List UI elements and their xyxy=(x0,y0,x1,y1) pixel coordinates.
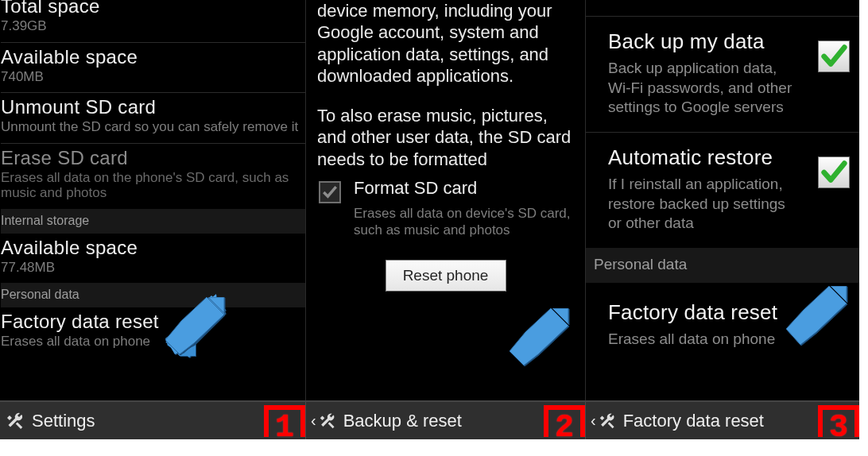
reset-phone-button[interactable]: Reset phone xyxy=(386,260,506,292)
factory-reset-confirm-panel: All data will be erased from device memo… xyxy=(305,0,585,400)
section-header-personal: Personal data xyxy=(586,248,859,283)
item-value: 77.48MB xyxy=(1,260,305,276)
factory-reset-item[interactable]: Factory data reset Erases all data on ph… xyxy=(1,307,305,357)
breadcrumb-bar: Settings 1 ‹ Backup & reset 2 ‹ Factory … xyxy=(0,400,859,439)
step-number: 3 xyxy=(829,410,848,446)
breadcrumb-label: Backup & reset xyxy=(343,411,462,431)
svg-rect-16 xyxy=(327,422,334,428)
section-header-personal: Personal data xyxy=(1,283,305,307)
item-title: Automatic restore xyxy=(608,145,842,170)
item-sub: Back up application data, Wi-Fi password… xyxy=(608,59,842,118)
svg-marker-9 xyxy=(165,297,224,354)
item-title: Back up my data xyxy=(608,29,842,54)
breadcrumb-settings[interactable]: Settings 1 xyxy=(0,402,305,439)
screens-row: Total space 7.39GB Available space 740MB… xyxy=(0,0,859,400)
svg-rect-15 xyxy=(16,422,22,428)
back-icon[interactable]: ‹ xyxy=(591,412,596,430)
step-number: 1 xyxy=(275,410,294,446)
format-sd-checkbox-row[interactable]: Format SD card Erases all data on device… xyxy=(306,170,585,239)
available-space-internal-item[interactable]: Available space 77.48MB xyxy=(1,234,305,284)
checkbox-sub: Erases all data on device's SD card, suc… xyxy=(354,205,572,239)
item-title: Available space xyxy=(1,46,305,68)
pointer-arrow-icon xyxy=(506,308,570,370)
breadcrumb-label: Factory data reset xyxy=(623,411,764,431)
unmount-sd-item[interactable]: Unmount SD card Unmount the SD card so y… xyxy=(1,93,305,143)
erase-sd-item[interactable]: Erase SD card Erases all data on the pho… xyxy=(1,144,305,209)
item-sub: Erases all data on the phone's SD card, … xyxy=(1,170,305,201)
total-space-item[interactable]: Total space 7.39GB xyxy=(1,0,305,42)
item-title: Erase SD card xyxy=(1,147,305,169)
item-sub: Erases all data on phone xyxy=(1,334,305,350)
warning-text: All data will be erased from device memo… xyxy=(306,0,585,87)
pointer-arrow-icon xyxy=(783,286,850,350)
wrench-icon xyxy=(5,411,25,431)
pointer-arrow-icon xyxy=(162,297,226,359)
checkbox-checked-icon[interactable] xyxy=(818,41,850,72)
checkbox-icon[interactable] xyxy=(319,181,341,203)
item-title: Available space xyxy=(1,237,305,259)
automatic-restore-item[interactable]: Automatic restore If I reinstall an appl… xyxy=(586,133,859,248)
backup-reset-panel: Back up my data Back up application data… xyxy=(585,0,859,400)
storage-settings-panel: Total space 7.39GB Available space 740MB… xyxy=(0,0,305,400)
svg-marker-13 xyxy=(786,286,847,345)
available-space-item[interactable]: Available space 740MB xyxy=(1,43,305,93)
breadcrumb-factory-reset[interactable]: ‹ Factory data reset 3 xyxy=(585,402,859,439)
wrench-icon xyxy=(318,412,337,431)
item-title: Factory data reset xyxy=(1,311,305,333)
step-number: 2 xyxy=(555,410,574,446)
back-icon[interactable]: ‹ xyxy=(311,412,316,430)
breadcrumb-backup-reset[interactable]: ‹ Backup & reset 2 xyxy=(305,402,585,439)
item-value: 740MB xyxy=(1,69,305,85)
item-title: Unmount SD card xyxy=(1,96,305,118)
warning-text-sd: To also erase music, pictures, and other… xyxy=(306,105,585,171)
breadcrumb-label: Settings xyxy=(32,411,95,431)
section-header-internal: Internal storage xyxy=(1,209,305,234)
wrench-icon xyxy=(598,412,617,431)
backup-my-data-item[interactable]: Back up my data Back up application data… xyxy=(586,17,859,132)
item-title: Total space xyxy=(1,0,305,17)
checkbox-checked-icon[interactable] xyxy=(818,157,850,188)
checkbox-title: Format SD card xyxy=(354,178,572,199)
item-sub: If I reinstall an application, restore b… xyxy=(608,175,842,234)
button-label: Reset phone xyxy=(403,267,489,284)
item-sub: Unmount the SD card so you can safely re… xyxy=(1,119,305,135)
item-value: 7.39GB xyxy=(1,18,305,34)
svg-marker-11 xyxy=(510,308,568,365)
svg-rect-17 xyxy=(607,422,614,428)
